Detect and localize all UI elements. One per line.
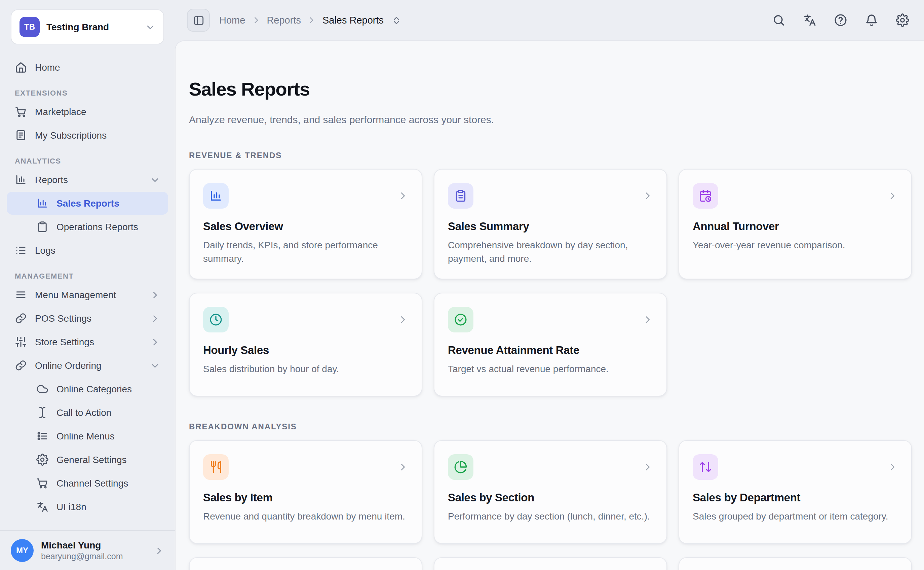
card-sales-summary[interactable]: Sales Summary Comprehensive breakdown by…	[434, 169, 667, 279]
breadcrumb-reports[interactable]: Reports	[267, 15, 301, 26]
bell-icon[interactable]	[865, 14, 878, 27]
chevron-right-icon	[642, 462, 653, 472]
card-hourly-sales[interactable]: Hourly Sales Sales distribution by hour …	[189, 293, 422, 396]
sidebar-item-label: UI i18n	[57, 500, 86, 513]
chevron-right-icon	[251, 15, 261, 25]
clock-icon	[203, 307, 229, 332]
breadcrumb: Home Reports Sales Reports	[219, 15, 401, 26]
brand-name: Testing Brand	[46, 21, 139, 32]
sidebar-item-subscriptions[interactable]: My Subscriptions	[7, 124, 168, 147]
sidebar-item-label: My Subscriptions	[35, 129, 107, 142]
sidebar-item-label: POS Settings	[35, 312, 92, 325]
sidebar-item-store-settings[interactable]: Store Settings	[7, 330, 168, 353]
card-sales-overview[interactable]: Sales Overview Daily trends, KPIs, and s…	[189, 169, 422, 279]
sidebar-item-general-settings[interactable]: General Settings	[7, 448, 168, 471]
section-label-revenue-trends: REVENUE & TRENDS	[189, 150, 912, 160]
card-title: Sales Overview	[203, 220, 408, 233]
sidebar-item-online-menus[interactable]: Online Menus	[7, 424, 168, 447]
chevron-down-icon	[150, 175, 160, 185]
section-label-breakdown-analysis: BREAKDOWN ANALYSIS	[189, 422, 912, 431]
sidebar-item-call-to-action[interactable]: Call to Action	[7, 401, 168, 424]
chevron-right-icon	[397, 314, 408, 325]
breakdown-analysis-cards: Sales by Item Revenue and quantity break…	[189, 440, 912, 570]
list-icon	[15, 244, 27, 256]
sidebar-item-pos-settings[interactable]: POS Settings	[7, 307, 168, 330]
translate-icon	[36, 501, 49, 513]
card-description: Sales distribution by hour of day.	[203, 362, 408, 376]
sidebar-item-label: General Settings	[57, 453, 127, 466]
sidebar-item-online-ordering[interactable]: Online Ordering	[7, 354, 168, 377]
home-icon	[15, 61, 27, 74]
chevron-right-icon	[307, 15, 316, 25]
sidebar-item-label: Online Categories	[57, 382, 132, 396]
help-icon[interactable]	[834, 14, 847, 27]
gear-icon[interactable]	[896, 14, 909, 27]
card-sales-by-item[interactable]: Sales by Item Revenue and quantity break…	[189, 440, 422, 544]
sidebar-item-channel-settings[interactable]: Channel Settings	[7, 472, 168, 495]
link-icon	[15, 359, 27, 371]
breadcrumb-home[interactable]: Home	[219, 15, 245, 26]
sidebar-item-online-categories[interactable]: Online Categories	[7, 377, 168, 400]
sidebar-item-home[interactable]: Home	[7, 56, 168, 79]
sidebar-item-label: Online Menus	[57, 429, 115, 443]
card-description: Year-over-year revenue comparison.	[693, 238, 898, 252]
sidebar-item-label: Reports	[35, 173, 68, 186]
sidebar-item-label: Store Settings	[35, 335, 94, 349]
chevron-right-icon	[154, 545, 164, 556]
card-sales-by-modifier[interactable]: Sales by Modifier	[434, 557, 667, 570]
text-cursor-icon	[36, 406, 49, 418]
card-sales-by-section[interactable]: Sales by Section Performance by day sect…	[434, 440, 667, 544]
link-icon	[15, 312, 27, 324]
sidebar-item-label: Channel Settings	[57, 477, 128, 490]
card-sales-by-department[interactable]: Sales by Department Sales grouped by dep…	[678, 440, 912, 544]
chevron-right-icon	[887, 190, 898, 201]
user-email: bearyung@gmail.com	[41, 551, 147, 562]
gear-icon	[36, 454, 49, 466]
chevrons-up-down-icon[interactable]	[391, 15, 401, 25]
chart-column-icon	[203, 183, 229, 208]
chevron-down-icon	[150, 360, 160, 371]
brand-selector[interactable]: TB Testing Brand	[11, 9, 164, 44]
user-meta: Michael Yung bearyung@gmail.com	[41, 539, 147, 562]
card-sales-by-discount[interactable]: Sales by Discount	[189, 557, 422, 570]
cloud-icon	[36, 383, 49, 395]
sidebar-item-reports[interactable]: Reports	[7, 168, 168, 191]
page-title: Sales Reports	[189, 78, 912, 101]
list-checks-icon	[36, 430, 49, 442]
brand-avatar: TB	[20, 17, 40, 37]
search-icon[interactable]	[772, 14, 785, 27]
sidebar-item-ui-i18n[interactable]: UI i18n	[7, 495, 168, 518]
card-title: Revenue Attainment Rate	[448, 344, 653, 357]
card-revenue-attainment[interactable]: Revenue Attainment Rate Target vs actual…	[434, 293, 667, 396]
user-menu[interactable]: MY Michael Yung bearyung@gmail.com	[0, 530, 175, 570]
topbar: Home Reports Sales Reports	[175, 0, 924, 40]
sidebar-item-logs[interactable]: Logs	[7, 239, 168, 262]
page-subtitle: Analyze revenue, trends, and sales perfo…	[189, 113, 912, 125]
section-header-extensions: EXTENSIONS	[15, 89, 160, 97]
section-header-analytics: ANALYTICS	[15, 157, 160, 165]
app-window: TB Testing Brand Home EXTENSIONS Marketp…	[0, 0, 924, 570]
circle-check-icon	[448, 307, 473, 332]
sidebar-item-label: Call to Action	[57, 406, 111, 419]
chart-column-icon	[15, 174, 27, 186]
shopping-cart-icon	[36, 477, 49, 489]
chevron-right-icon	[150, 290, 160, 300]
revenue-trends-cards: Sales Overview Daily trends, KPIs, and s…	[189, 169, 912, 396]
sidebar-item-label: Menu Management	[35, 288, 116, 302]
sidebar: TB Testing Brand Home EXTENSIONS Marketp…	[0, 0, 175, 570]
sidebar-item-marketplace[interactable]: Marketplace	[7, 100, 168, 123]
translate-icon[interactable]	[803, 14, 816, 27]
subscriptions-icon	[15, 129, 27, 141]
sidebar-item-label: Online Ordering	[35, 359, 102, 372]
card-annual-turnover[interactable]: Annual Turnover Year-over-year revenue c…	[678, 169, 912, 279]
card-sales-by-payment-method[interactable]: Sales by Payment Method	[678, 557, 912, 570]
sidebar-item-operations-reports[interactable]: Operations Reports	[7, 215, 168, 238]
card-description: Comprehensive breakdown by day section, …	[448, 238, 653, 265]
sidebar-toggle-button[interactable]	[187, 9, 210, 32]
breadcrumb-current: Sales Reports	[322, 15, 384, 26]
topbar-actions	[772, 14, 909, 27]
card-description: Daily trends, KPIs, and store performanc…	[203, 238, 408, 265]
sidebar-item-menu-management[interactable]: Menu Management	[7, 283, 168, 306]
sidebar-item-sales-reports[interactable]: Sales Reports	[7, 192, 168, 215]
menu-icon	[15, 289, 27, 301]
